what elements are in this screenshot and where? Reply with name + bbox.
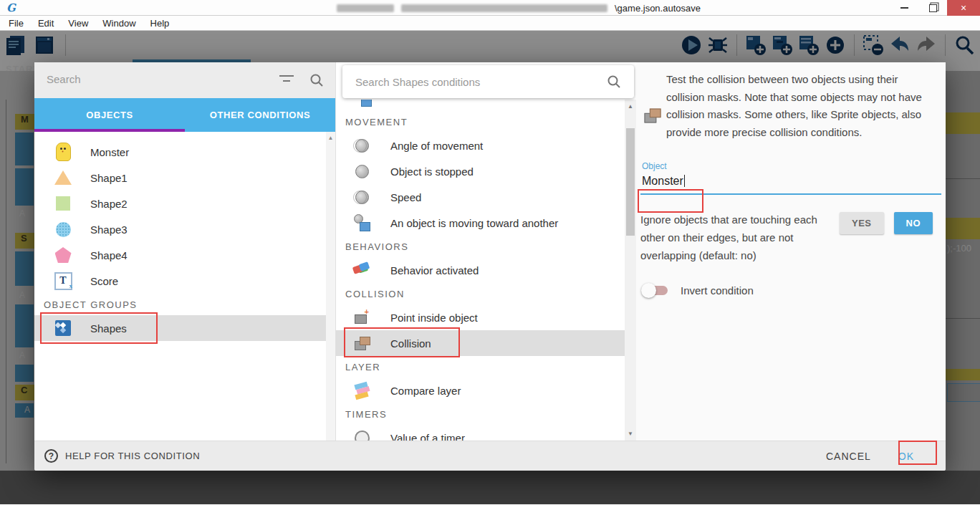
- section-collision: COLLISION: [336, 283, 625, 304]
- monster-icon: [53, 142, 73, 162]
- no-button[interactable]: NO: [894, 212, 933, 234]
- gdevelop-logo-icon: G: [6, 1, 18, 13]
- object-row-shape3[interactable]: Shape3: [34, 216, 335, 242]
- menubar: FileEditViewWindowHelp: [0, 16, 980, 31]
- annotation-object-input: [638, 189, 703, 213]
- object-row-shape2[interactable]: Shape2: [34, 191, 335, 216]
- section-movement: MOVEMENT: [336, 111, 625, 133]
- invert-condition-toggle[interactable]: [643, 286, 668, 295]
- conditions-panel: MOVEMENTAngle of movementObject is stopp…: [335, 62, 636, 441]
- object-row-label: Shape3: [90, 223, 128, 236]
- blue-square-icon: [356, 100, 376, 111]
- ignore-edges-label: Ignore objects that are touching each ot…: [640, 211, 825, 264]
- restore-button[interactable]: [918, 0, 947, 16]
- condition-row-label: Value of a timer: [390, 432, 465, 441]
- invert-condition-label: Invert condition: [681, 284, 754, 297]
- condition-row-speed[interactable]: Speed: [336, 184, 625, 210]
- object-field-input[interactable]: Monster: [642, 175, 941, 191]
- condition-row-label: Object is stopped: [390, 165, 474, 178]
- menu-window[interactable]: Window: [95, 16, 143, 30]
- text-object-icon: [53, 271, 73, 291]
- triangle-icon: [53, 168, 73, 188]
- choose-condition-dialog: Search OBJECTS OTHER CONDITIONS ▲ Monste…: [34, 62, 946, 471]
- object-row-shape4[interactable]: Shape4: [34, 242, 335, 268]
- moving-toward-icon: [352, 213, 372, 233]
- condition-list: MOVEMENTAngle of movementObject is stopp…: [336, 62, 625, 441]
- menu-view[interactable]: View: [61, 16, 95, 30]
- window-title: \game.json.autosave: [337, 3, 701, 13]
- titlebar: G \game.json.autosave ×: [0, 0, 980, 16]
- condition-row-value-of-a-timer[interactable]: Value of a timer: [336, 425, 625, 441]
- condition-parameters-panel: Test the collision between two objects u…: [636, 62, 946, 441]
- section-layer: LAYER: [336, 356, 625, 377]
- object-field-label: Object: [642, 161, 941, 171]
- object-row-label: Shape1: [90, 172, 128, 184]
- condition-row-label: Speed: [390, 191, 421, 203]
- speed-icon: [352, 187, 372, 207]
- condition-row-label: An object is moving toward another: [390, 217, 558, 229]
- object-row-shape1[interactable]: Shape1: [34, 165, 335, 191]
- close-button[interactable]: ×: [947, 0, 980, 16]
- condition-search-placeholder: Search Shapes conditions: [355, 76, 607, 88]
- menu-help[interactable]: Help: [143, 16, 177, 30]
- behavior-icon: [352, 260, 372, 280]
- yes-button[interactable]: YES: [840, 212, 884, 234]
- scrollbar-thumb[interactable]: [626, 128, 635, 236]
- condition-row-compare-layer[interactable]: Compare layer: [336, 377, 625, 403]
- filter-icon[interactable]: [279, 75, 294, 82]
- app-background: START M A S A A C A );-100 Searc: [0, 31, 980, 504]
- condition-row-behavior-activated[interactable]: Behavior activated: [336, 257, 625, 283]
- condition-row-angle-of-movement[interactable]: Angle of movement: [336, 133, 625, 158]
- tab-objects[interactable]: OBJECTS: [34, 98, 185, 132]
- object-row-label: Shape2: [90, 198, 128, 210]
- tab-other-conditions[interactable]: OTHER CONDITIONS: [185, 98, 335, 132]
- object-row-monster[interactable]: Monster: [34, 139, 335, 165]
- redacted-title-block: [401, 4, 607, 12]
- help-icon[interactable]: ?: [44, 449, 58, 463]
- annotation-shapes-row: [40, 312, 158, 344]
- stopped-icon: [352, 161, 372, 181]
- dialog-footer: ? HELP FOR THIS CONDITION CANCEL OK: [34, 441, 946, 471]
- timer-icon: [352, 428, 372, 441]
- toggle-thumb: [641, 283, 656, 298]
- condition-row-object-is-stopped[interactable]: Object is stopped: [336, 158, 625, 184]
- help-link[interactable]: HELP FOR THIS CONDITION: [65, 451, 200, 461]
- angle-icon: [352, 135, 372, 155]
- left-tabs: OBJECTS OTHER CONDITIONS: [34, 98, 335, 132]
- annotation-collision-row: [344, 327, 460, 357]
- layer-icon: [352, 380, 372, 400]
- window-title-text: \game.json.autosave: [615, 3, 701, 14]
- objects-scrollbar[interactable]: ▲: [326, 132, 335, 441]
- pentagon-icon: [53, 245, 73, 265]
- square-icon: [53, 193, 73, 213]
- object-list: ▲ MonsterShape1Shape2Shape3Shape4ScoreOB…: [34, 132, 335, 441]
- text-cursor: [684, 175, 685, 187]
- search-icon: [607, 74, 621, 89]
- conditions-scrollbar[interactable]: ▲ ▼: [625, 100, 636, 441]
- cancel-button[interactable]: CANCEL: [819, 445, 878, 468]
- minimize-button[interactable]: [890, 0, 918, 16]
- object-row-label: Shape4: [90, 249, 128, 261]
- redacted-title-block: [337, 4, 394, 12]
- object-row-score[interactable]: Score: [34, 268, 335, 294]
- annotation-ok-button: [898, 441, 937, 465]
- section-timers: TIMERS: [336, 403, 625, 425]
- point-inside-icon: [352, 307, 372, 327]
- menu-edit[interactable]: Edit: [31, 16, 61, 30]
- clipped-condition-row[interactable]: [336, 100, 625, 111]
- object-row-label: Score: [90, 275, 118, 287]
- condition-row-label: Point inside object: [390, 312, 478, 324]
- objects-panel: Search OBJECTS OTHER CONDITIONS ▲ Monste…: [34, 62, 335, 441]
- menu-file[interactable]: File: [1, 16, 31, 30]
- object-row-label: Monster: [90, 146, 129, 158]
- search-icon: [309, 73, 324, 87]
- condition-row-an-object-is-moving-toward-another[interactable]: An object is moving toward another: [336, 210, 625, 236]
- circle-icon: [53, 219, 73, 239]
- section-behaviors: BEHAVIORS: [336, 236, 625, 257]
- object-search-bar[interactable]: Search: [34, 62, 335, 98]
- condition-row-label: Behavior activated: [390, 264, 479, 276]
- condition-description: Test the collision between two objects u…: [666, 71, 933, 141]
- condition-row-point-inside-object[interactable]: Point inside object: [336, 304, 625, 330]
- collision-icon: [641, 105, 662, 125]
- condition-search-bar[interactable]: Search Shapes conditions: [342, 65, 634, 98]
